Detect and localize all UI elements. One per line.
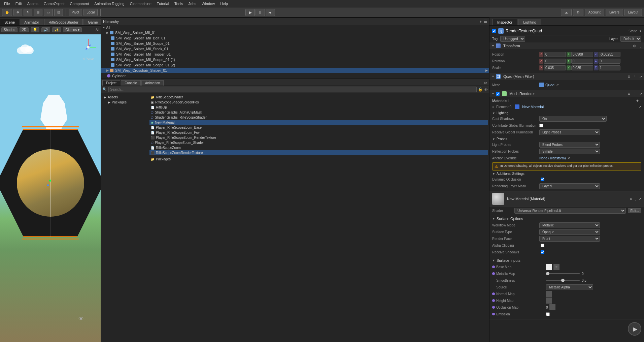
rot-y-input[interactable]	[571, 59, 593, 64]
preview-play-button[interactable]: ▶	[628, 322, 641, 336]
local-button[interactable]: Local	[83, 9, 98, 16]
mesh-filter-header[interactable]: ▼ Quad (Mesh Filter) ⚙ ⋮ ↗	[489, 73, 644, 80]
hier-scope[interactable]: SM_Wep_Sniper_Mil_Scope_01	[101, 41, 489, 46]
shader-edit-button[interactable]: Edit...	[628, 208, 641, 213]
layer-dropdown[interactable]: Default	[620, 36, 641, 42]
hierarchy-menu-btn[interactable]: ☰	[484, 19, 487, 24]
global-illum-checkbox[interactable]	[539, 124, 543, 127]
mf-settings[interactable]: ⚙	[628, 75, 631, 79]
mat-settings-icon[interactable]: ⚙	[630, 197, 633, 201]
project-search-input[interactable]	[108, 87, 477, 92]
tab-console[interactable]: Console	[121, 80, 141, 86]
menu-file[interactable]: File	[1, 1, 13, 6]
hier-sm-wep-sniper[interactable]: ▶ SM_Wep_Sniper_Mil_01	[101, 30, 489, 35]
materials-add[interactable]: +	[636, 98, 639, 103]
tab-lighting[interactable]: Lighting	[518, 19, 541, 25]
gizmos-button[interactable]: Gizmos ▾	[63, 27, 82, 32]
additional-settings-header[interactable]: ▼ Additional Settings	[492, 172, 641, 176]
workflow-dropdown[interactable]: Metallic	[539, 222, 600, 228]
2d-button[interactable]: 2D	[20, 27, 29, 32]
hier-trigger[interactable]: SM_Wep_Sniper_Mil_Trigger_01	[101, 52, 489, 57]
occlusion-texture[interactable]	[549, 304, 555, 310]
hier-scope1[interactable]: SM_Wep_Sniper_Mil_Scope_01 (1)	[101, 57, 489, 62]
height-map-texture[interactable]	[546, 298, 552, 304]
materials-remove[interactable]: -	[640, 98, 641, 103]
transform-header[interactable]: ▼ Transform ⚙ ⋮	[489, 42, 644, 49]
probes-header[interactable]: ▼ Probes	[492, 137, 641, 141]
pos-y-input[interactable]	[571, 52, 593, 57]
hier-all[interactable]: ▼ All	[101, 25, 489, 30]
mat-more-icon[interactable]: ⋮	[634, 197, 637, 201]
mf-link[interactable]: ↗	[639, 75, 642, 79]
normal-map-texture[interactable]	[546, 291, 552, 297]
tag-dropdown[interactable]: Untagged	[500, 36, 525, 42]
rect-tool[interactable]: ▭	[44, 9, 53, 16]
collab-button[interactable]: ☁	[561, 9, 572, 16]
rot-x-input[interactable]	[544, 59, 566, 64]
cast-shadows-dropdown[interactable]: On	[539, 116, 607, 122]
scale-tool[interactable]: ⊞	[34, 9, 42, 16]
base-map-texture[interactable]: ✏	[553, 264, 560, 270]
layout-button[interactable]: Layout	[624, 9, 642, 16]
surface-type-dropdown[interactable]: Opaque	[539, 229, 600, 235]
menu-gameobject[interactable]: GameObject	[41, 1, 67, 6]
menu-edit[interactable]: Edit	[13, 1, 25, 6]
menu-tools[interactable]: Tools	[172, 1, 186, 6]
transform-more[interactable]: ⋮	[639, 44, 642, 48]
anchor-link[interactable]: ↗	[567, 156, 570, 160]
play-button[interactable]: ▶	[245, 9, 255, 16]
scale-z-input[interactable]	[599, 65, 620, 70]
source-dropdown[interactable]: Metallic Alpha	[546, 284, 593, 290]
cloud-button[interactable]: ⚙	[573, 9, 583, 16]
mr-header[interactable]: ▼ Mesh Renderer ⚙ ⋮ ↗	[489, 90, 644, 97]
mat-link-btn[interactable]: ↗	[639, 197, 641, 201]
tab-scene[interactable]: Scene	[0, 19, 19, 25]
mr-enabled-checkbox[interactable]	[496, 92, 500, 96]
move-tool[interactable]: ✥	[13, 9, 22, 16]
hier-stock[interactable]: SM_Wep_Sniper_Mil_Stock_01	[101, 46, 489, 52]
dynamic-occlusion-checkbox[interactable]	[541, 178, 544, 181]
shaded-button[interactable]: Shaded	[1, 27, 18, 32]
transform-tool[interactable]: ⊡	[54, 9, 63, 16]
tab-rifle-scope-shader[interactable]: RifleScopeShader	[44, 19, 83, 25]
layers-button[interactable]: Layers	[606, 9, 623, 16]
pos-x-input[interactable]	[544, 52, 566, 57]
static-arrow[interactable]: ▾	[640, 29, 641, 33]
audio-button[interactable]: 🔊	[41, 27, 50, 32]
proj-rzb[interactable]: 📄 Player_RifleScopeZoom_Base	[149, 125, 488, 130]
receive-shadows-checkbox[interactable]	[541, 250, 544, 254]
surface-inputs-header[interactable]: ▼ Surface Inputs	[492, 258, 641, 262]
proj-sg-alpha[interactable]: ⬡ Shader Graphs_AlphaClipMask	[149, 110, 488, 115]
pos-z-input[interactable]	[599, 52, 620, 57]
proj-riflescope-shader[interactable]: 📁 RifleScopeShader	[149, 95, 488, 100]
fx-button[interactable]: ✨	[52, 27, 61, 32]
proj-tree-assets[interactable]: ▶Assets	[102, 95, 146, 100]
menu-help[interactable]: Help	[217, 1, 231, 6]
proj-sg-rifle[interactable]: ⬡ Shader Graphs_RifleScopeShader	[149, 115, 488, 120]
crosshair-expand[interactable]: ▶	[485, 69, 488, 72]
menu-assets[interactable]: Assets	[25, 1, 41, 6]
base-map-color-swatch[interactable]	[546, 264, 552, 270]
tab-project[interactable]: Project	[102, 80, 120, 86]
proj-new-material[interactable]: ◉ New Material	[149, 120, 488, 125]
menu-window[interactable]: Window	[199, 1, 217, 6]
mr-settings[interactable]: ⚙	[628, 92, 631, 96]
emission-checkbox[interactable]	[546, 312, 550, 316]
proj-rs-screenpos[interactable]: ▣ RifleScopeShaderScreenPos	[149, 100, 488, 105]
smoothness-slider[interactable]	[546, 280, 580, 281]
menu-tutorial[interactable]: Tutorial	[154, 1, 172, 6]
alpha-clipping-checkbox[interactable]	[541, 244, 544, 247]
tab-animation[interactable]: Animation	[141, 80, 164, 86]
scene-viewport[interactable]: ◁ Persp 👁	[0, 34, 101, 342]
tab-game[interactable]: Game	[83, 19, 102, 25]
shader-dropdown[interactable]: Universal Render Pipeline/Lit	[514, 208, 626, 214]
proj-rifleup[interactable]: 📄 RifleUp	[149, 105, 488, 110]
lighting-sub-header[interactable]: ▼ Lighting	[492, 111, 641, 115]
render-face-dropdown[interactable]: Front	[539, 236, 600, 242]
proj-rzrt[interactable]: ⬛ Player_RifleScopeZoom_RenderTexture	[149, 135, 488, 140]
receive-gi-dropdown[interactable]: Light Probes	[539, 129, 600, 135]
tab-inspector[interactable]: Inspector	[492, 19, 517, 25]
step-button[interactable]: ⏭	[266, 9, 275, 16]
pause-button[interactable]: ⏸	[256, 9, 265, 16]
metallic-slider[interactable]	[546, 273, 580, 274]
